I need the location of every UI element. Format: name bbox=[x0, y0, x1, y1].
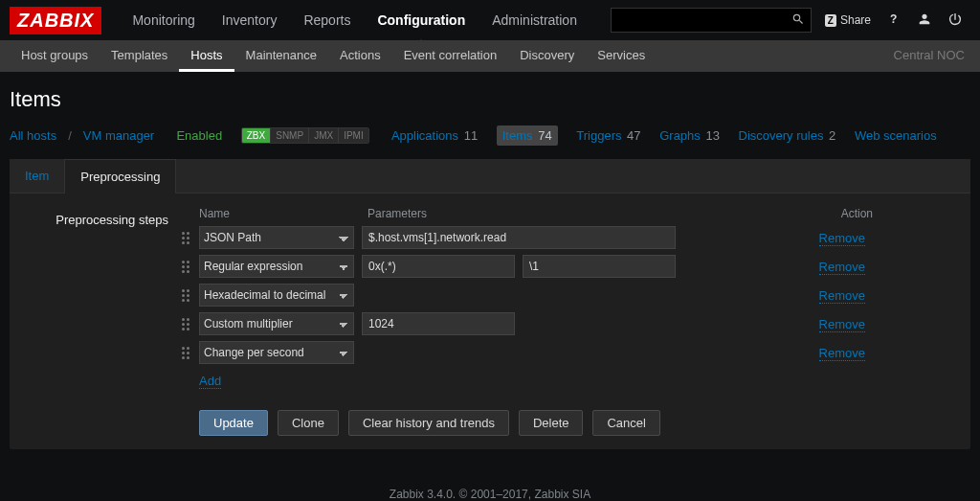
subnav-maintenance[interactable]: Maintenance bbox=[234, 40, 328, 72]
sub-nav: Host groups Templates Hosts Maintenance … bbox=[0, 40, 980, 72]
tab-item[interactable]: Item bbox=[10, 159, 64, 193]
remove-step[interactable]: Remove bbox=[819, 260, 865, 275]
remove-step[interactable]: Remove bbox=[819, 346, 865, 361]
link-items[interactable]: Items 74 bbox=[497, 125, 558, 146]
add-step[interactable]: Add bbox=[199, 374, 221, 389]
subnav-eventcorrelation[interactable]: Event correlation bbox=[392, 40, 509, 72]
clear-button[interactable]: Clear history and trends bbox=[348, 410, 509, 436]
clone-button[interactable]: Clone bbox=[278, 410, 339, 436]
step-row: Regular expressionRemove bbox=[182, 255, 961, 278]
remove-step[interactable]: Remove bbox=[819, 288, 865, 304]
nav-reports[interactable]: Reports bbox=[290, 1, 364, 39]
remove-step[interactable]: Remove bbox=[819, 317, 865, 332]
step-type-select[interactable]: Regular expression bbox=[199, 255, 354, 278]
step-type-select[interactable]: Change per second bbox=[199, 341, 354, 364]
cancel-button[interactable]: Cancel bbox=[592, 410, 659, 436]
search-icon bbox=[791, 12, 805, 29]
col-action: Action bbox=[841, 207, 961, 220]
step-type-select[interactable]: JSON Path bbox=[199, 226, 354, 249]
page-title: Items bbox=[10, 87, 970, 112]
link-applications[interactable]: Applications bbox=[391, 128, 458, 143]
drag-handle[interactable] bbox=[182, 342, 195, 363]
iface-zbx: ZBX bbox=[242, 128, 270, 143]
preprocessing-label: Preprocessing steps bbox=[19, 207, 182, 227]
link-triggers[interactable]: Triggers bbox=[576, 128, 621, 143]
share-link[interactable]: ZShare bbox=[825, 13, 871, 27]
nav-configuration[interactable]: Configuration bbox=[364, 1, 479, 39]
step-row: Hexadecimal to decimalRemove bbox=[182, 284, 961, 307]
interface-badges: ZBX SNMP JMX IPMI bbox=[241, 127, 369, 144]
step-row: Custom multiplierRemove bbox=[182, 312, 961, 335]
nav-inventory[interactable]: Inventory bbox=[209, 1, 291, 39]
step-type-select[interactable]: Hexadecimal to decimal bbox=[199, 284, 354, 307]
subnav-actions[interactable]: Actions bbox=[328, 40, 392, 72]
subnav-discovery[interactable]: Discovery bbox=[508, 40, 586, 72]
breadcrumb-allhosts[interactable]: All hosts bbox=[10, 128, 56, 143]
step-type-select[interactable]: Custom multiplier bbox=[199, 312, 354, 335]
link-graphs[interactable]: Graphs bbox=[659, 128, 701, 143]
col-params: Parameters bbox=[368, 207, 693, 220]
top-bar: ZABBIX Monitoring Inventory Reports Conf… bbox=[0, 0, 980, 40]
step-param-2[interactable] bbox=[523, 255, 676, 278]
iface-snmp: SNMP bbox=[270, 128, 308, 143]
breadcrumb-host[interactable]: VM manager bbox=[83, 128, 154, 143]
help-icon[interactable]: ? bbox=[886, 11, 902, 30]
update-button[interactable]: Update bbox=[199, 410, 268, 436]
top-nav: Monitoring Inventory Reports Configurati… bbox=[119, 1, 610, 39]
col-name: Name bbox=[199, 207, 368, 220]
step-param-1[interactable] bbox=[362, 312, 515, 335]
step-row: Change per secondRemove bbox=[182, 341, 961, 364]
tab-preprocessing[interactable]: Preprocessing bbox=[64, 159, 176, 194]
step-param-1[interactable] bbox=[362, 255, 515, 278]
subnav-services[interactable]: Services bbox=[586, 40, 657, 72]
subnav-templates[interactable]: Templates bbox=[100, 40, 179, 72]
link-discovery[interactable]: Discovery rules bbox=[739, 128, 824, 143]
panel: Item Preprocessing Preprocessing steps N… bbox=[10, 159, 970, 449]
button-row: Update Clone Clear history and trends De… bbox=[199, 410, 961, 436]
svg-text:?: ? bbox=[890, 12, 897, 26]
iface-ipmi: IPMI bbox=[338, 128, 368, 143]
drag-handle[interactable] bbox=[182, 227, 195, 248]
search-input[interactable] bbox=[611, 8, 812, 33]
node-name: Central NOC bbox=[888, 40, 970, 72]
step-row: JSON PathRemove bbox=[182, 226, 961, 249]
footer: Zabbix 3.4.0. © 2001–2017, Zabbix SIA bbox=[0, 459, 980, 501]
iface-jmx: JMX bbox=[308, 128, 338, 143]
drag-handle[interactable] bbox=[182, 313, 195, 334]
drag-handle[interactable] bbox=[182, 256, 195, 277]
steps-table: Name Parameters Action JSON PathRemoveRe… bbox=[182, 207, 961, 389]
logo: ZABBIX bbox=[10, 7, 101, 34]
delete-button[interactable]: Delete bbox=[519, 410, 584, 436]
link-webscenarios[interactable]: Web scenarios bbox=[855, 128, 937, 143]
nav-administration[interactable]: Administration bbox=[479, 1, 590, 39]
power-icon[interactable] bbox=[947, 11, 963, 30]
tabs: Item Preprocessing bbox=[10, 159, 970, 194]
footer-link[interactable]: Zabbix SIA bbox=[534, 488, 590, 501]
host-row: All hosts / VM manager Enabled ZBX SNMP … bbox=[10, 125, 970, 146]
step-param-1[interactable] bbox=[362, 226, 676, 249]
nav-monitoring[interactable]: Monitoring bbox=[119, 1, 208, 39]
subnav-hosts[interactable]: Hosts bbox=[179, 40, 234, 72]
user-icon[interactable] bbox=[917, 11, 932, 30]
host-status: Enabled bbox=[176, 128, 222, 143]
subnav-hostgroups[interactable]: Host groups bbox=[10, 40, 100, 72]
drag-handle[interactable] bbox=[182, 285, 195, 306]
remove-step[interactable]: Remove bbox=[819, 231, 865, 246]
